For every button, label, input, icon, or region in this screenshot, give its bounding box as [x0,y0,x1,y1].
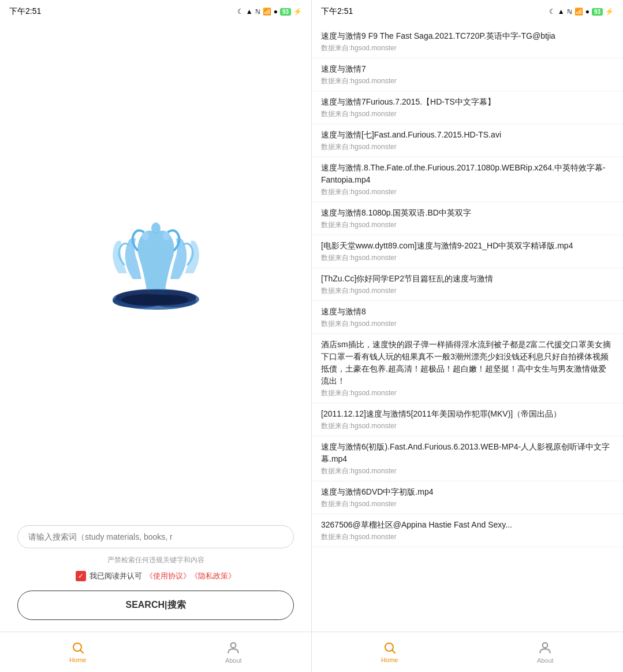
search-section: 严禁检索任何违规关键字和内容 ✓ 我已阅读并认可 《使用协议》《隐私政策》 SE… [0,525,311,632]
list-item[interactable]: 速度与激情8.1080p.国英双语.BD中英双字数据来自:hgsod.monst… [312,202,623,235]
result-source: 数据来自:hgsod.monster [321,220,614,230]
result-source: 数据来自:hgsod.monster [321,532,614,542]
list-item[interactable]: [2011.12.12]速度与激情5[2011年美国动作犯罪(MKV)]（帝国出… [312,403,623,436]
result-title: 速度与激情6DVD中字初版.mp4 [321,486,614,498]
right-status-bar: 下午2:51 ☾ ▲ ℕ 📶 ● 93 ⚡ [312,0,623,21]
signal-icon: ☾ [237,8,244,16]
result-title: 速度与激情6(初版).Fast.And.Furious.6.2013.WEB-M… [321,441,614,465]
left-home-label: Home [69,656,86,663]
right-nav-home[interactable]: Home [312,632,468,672]
list-item[interactable]: 3267506@草榴社区@Appina Hastie Fast And Sexy… [312,514,623,547]
logo-area [0,21,311,525]
right-nav-about[interactable]: About [468,632,624,672]
right-dot-icon: ● [585,8,590,16]
terms-link[interactable]: 《使用协议》《隐私政策》 [146,571,236,581]
result-title: 速度与激情8.1080p.国英双语.BD中英双字 [321,207,614,219]
terms-row: ✓ 我已阅读并认可 《使用协议》《隐私政策》 [17,571,294,581]
left-about-label: About [225,657,242,664]
list-item[interactable]: 速度与激情[七]Fast.and.Furious.7.2015.HD-TS.av… [312,124,623,157]
right-network-icon: ▲ [558,8,565,16]
result-source: 数据来自:hgsod.monster [321,43,614,53]
right-signal-icon: ☾ [549,8,555,16]
result-source: 数据来自:hgsod.monster [321,76,614,86]
right-about-icon [538,640,553,655]
svg-line-13 [392,651,395,654]
svg-point-8 [144,295,188,305]
result-title: 3267506@草榴社区@Appina Hastie Fast And Sexy… [321,519,614,531]
right-bottom-nav: Home About [312,632,623,672]
right-time: 下午2:51 [321,6,353,17]
result-title: 速度与激情9 F9 The Fast Saga.2021.TC720P.英语中字… [321,30,614,42]
list-item[interactable]: [ThZu.Cc]你好同学EP2节目篇狂乱的速度与激情数据来自:hgsod.mo… [312,268,623,301]
left-time: 下午2:51 [9,6,41,17]
left-about-icon [226,640,241,655]
result-title: 速度与激情.8.The.Fate.of.the.Furious.2017.108… [321,162,614,186]
svg-point-14 [543,643,548,648]
terms-checkbox[interactable]: ✓ [76,571,86,581]
battery-badge: 93 [280,8,291,16]
result-source: 数据来自:hgsod.monster [321,109,614,119]
result-source: 数据来自:hgsod.monster [321,253,614,263]
result-title: [电影天堂www.dytt89.com]速度与激情9-2021_HD中英双字精译… [321,240,614,252]
left-panel: 下午2:51 ☾ ▲ ℕ 📶 ● 93 ⚡ [0,0,312,672]
right-battery-badge: 93 [592,8,603,16]
bt-icon: 📶 [263,8,271,16]
left-nav-home[interactable]: Home [0,632,156,672]
right-panel: 下午2:51 ☾ ▲ ℕ 📶 ● 93 ⚡ 速度与激情9 F9 The Fast… [312,0,623,672]
result-source: 数据来自:hgsod.monster [321,319,614,329]
result-source: 数据来自:hgsod.monster [321,499,614,509]
disclaimer-text: 严禁检索任何违规关键字和内容 [17,555,294,565]
right-charge-icon: ⚡ [605,8,614,16]
results-list[interactable]: 速度与激情9 F9 The Fast Saga.2021.TC720P.英语中字… [312,21,623,632]
result-source: 数据来自:hgsod.monster [321,187,614,197]
list-item[interactable]: 速度与激情8数据来自:hgsod.monster [312,301,623,334]
terms-label: 我已阅读并认可 [89,571,142,581]
list-item[interactable]: 酒店sm插比，速度快的跟子弹一样插得淫水流到被子都是2富二代援交口罩美女摘下口罩… [312,334,623,403]
result-title: 酒店sm插比，速度快的跟子弹一样插得淫水流到被子都是2富二代援交口罩美女摘下口罩… [321,339,614,387]
svg-point-11 [231,643,236,648]
result-source: 数据来自:hgsod.monster [321,142,614,152]
result-source: 数据来自:hgsod.monster [321,388,614,398]
result-source: 数据来自:hgsod.monster [321,421,614,431]
list-item[interactable]: 速度与激情7Furious.7.2015.【HD-TS中文字幕】数据来自:hgs… [312,91,623,124]
list-item[interactable]: [电影天堂www.dytt89.com]速度与激情9-2021_HD中英双字精译… [312,235,623,268]
result-source: 数据来自:hgsod.monster [321,286,614,296]
right-about-label: About [537,657,554,664]
network-icon: ▲ [246,8,253,16]
right-wifi-icon: ℕ [567,8,572,16]
search-input[interactable] [28,532,283,541]
list-item[interactable]: 速度与激情6(初版).Fast.And.Furious.6.2013.WEB-M… [312,436,623,481]
svg-point-3 [151,222,161,234]
result-title: 速度与激情[七]Fast.and.Furious.7.2015.HD-TS.av… [321,129,614,141]
wifi-icon: ℕ [255,8,260,16]
dot-icon: ● [274,8,278,16]
right-home-label: Home [381,656,398,663]
right-status-icons: ☾ ▲ ℕ 📶 ● 93 ⚡ [549,8,614,16]
list-item[interactable]: 速度与激情.8.The.Fate.of.the.Furious.2017.108… [312,157,623,202]
result-title: 速度与激情7Furious.7.2015.【HD-TS中文字幕】 [321,96,614,108]
left-status-bar: 下午2:51 ☾ ▲ ℕ 📶 ● 93 ⚡ [0,0,311,21]
list-item[interactable]: 速度与激情9 F9 The Fast Saga.2021.TC720P.英语中字… [312,25,623,58]
list-item[interactable]: 速度与激情7数据来自:hgsod.monster [312,58,623,91]
result-title: 速度与激情8 [321,306,614,318]
left-status-icons: ☾ ▲ ℕ 📶 ● 93 ⚡ [237,8,302,16]
result-title: 速度与激情7 [321,63,614,75]
search-button[interactable]: SEARCH|搜索 [17,591,294,620]
result-title: [ThZu.Cc]你好同学EP2节目篇狂乱的速度与激情 [321,273,614,285]
right-bt-icon: 📶 [574,8,583,16]
app-logo [98,204,214,320]
left-nav-about[interactable]: About [156,632,312,672]
result-source: 数据来自:hgsod.monster [321,466,614,476]
charge-icon: ⚡ [293,8,302,16]
home-search-icon [71,641,85,655]
result-title: [2011.12.12]速度与激情5[2011年美国动作犯罪(MKV)]（帝国出… [321,408,614,420]
left-bottom-nav: Home About [0,632,311,672]
svg-line-10 [80,651,83,654]
list-item[interactable]: 速度与激情6DVD中字初版.mp4数据来自:hgsod.monster [312,481,623,514]
search-input-wrapper[interactable] [17,525,294,548]
right-home-search-icon [383,641,397,655]
